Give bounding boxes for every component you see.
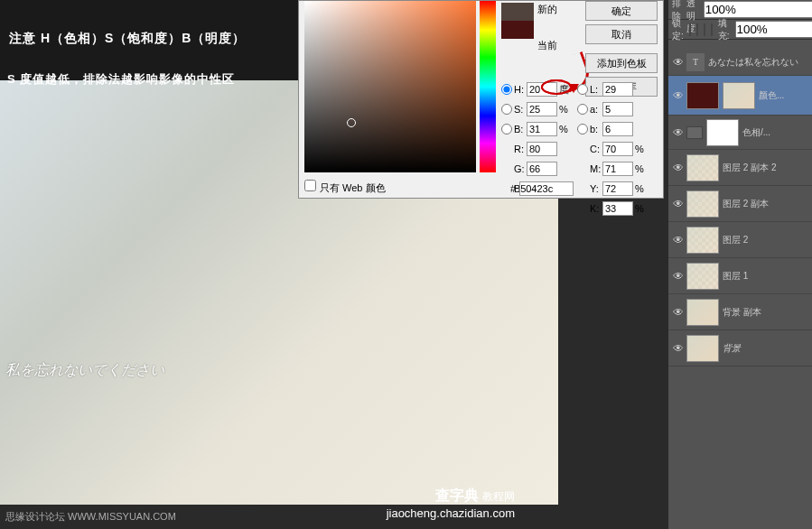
layer-thumb[interactable] (686, 190, 719, 218)
radio-lb[interactable] (577, 124, 588, 135)
visibility-icon[interactable]: 👁 (670, 89, 686, 102)
input-k[interactable] (602, 201, 633, 216)
input-s[interactable] (527, 102, 557, 116)
watermark-url: jiaocheng.chazidian.com (387, 506, 515, 520)
visibility-icon[interactable]: 👁 (670, 126, 686, 139)
layer-name[interactable]: あなたは私を忘れない (708, 56, 810, 69)
layer-row[interactable]: 👁 背景 副本 (668, 294, 812, 330)
ok-button[interactable]: 确定 (585, 1, 658, 21)
layer-row-background[interactable]: 👁 背景 (668, 330, 812, 367)
layer-name[interactable]: 图层 2 副本 (723, 198, 810, 210)
lab-cmyk-inputs: L: a: b: C:% M:% Y:% K:% (577, 80, 648, 219)
input-c[interactable] (602, 142, 633, 156)
fill-input[interactable] (735, 21, 812, 38)
layer-row[interactable]: 👁 图层 2 副本 2 (668, 150, 812, 186)
hue-slider[interactable] (480, 1, 496, 172)
layer-name[interactable]: 颜色... (759, 89, 810, 102)
layer-row-text[interactable]: 👁 T あなたは私を忘れない (668, 49, 812, 76)
layer-name[interactable]: 图层 1 (723, 270, 810, 283)
input-a[interactable] (602, 102, 633, 116)
lock-pos-icon[interactable] (704, 23, 705, 36)
input-h[interactable] (527, 82, 557, 97)
watermark-brand: 查字典 教程网 (435, 487, 515, 506)
radio-l[interactable] (577, 84, 588, 95)
canvas-overlay-text: 私を忘れないでください (5, 361, 164, 380)
label-current: 当前 (537, 39, 557, 52)
input-g[interactable] (527, 162, 557, 176)
web-only-input[interactable] (304, 180, 316, 191)
visibility-icon[interactable]: 👁 (670, 342, 686, 355)
input-y[interactable] (602, 181, 633, 196)
color-picker-dialog: 新的 当前 确定 取消 添加到色板 颜色库 H:度 S:% B:% R: G: … (298, 0, 664, 199)
layer-row[interactable]: 👁 图层 2 (668, 222, 812, 258)
input-b[interactable] (527, 122, 557, 136)
layer-name[interactable]: 色相/... (742, 126, 810, 139)
color-new-swatch (501, 3, 534, 21)
visibility-icon[interactable]: 👁 (670, 270, 686, 283)
visibility-icon[interactable]: 👁 (670, 306, 686, 319)
layer-name[interactable]: 图层 2 (723, 234, 810, 246)
input-l[interactable] (602, 82, 633, 97)
layer-row-colorfill[interactable]: 👁 颜色... (668, 76, 812, 116)
radio-b[interactable] (501, 124, 512, 135)
adj-layer-icon[interactable] (686, 126, 703, 139)
layer-thumb[interactable] (686, 263, 719, 290)
text-layer-icon: T (686, 53, 705, 71)
visibility-icon[interactable]: 👁 (670, 56, 686, 69)
input-hex[interactable] (519, 181, 574, 196)
layer-name[interactable]: 背景 (723, 342, 810, 355)
color-field[interactable] (304, 1, 476, 172)
lock-label: 锁定: (672, 17, 684, 42)
label-new: 新的 (537, 3, 557, 16)
visibility-icon[interactable]: 👁 (670, 234, 686, 246)
annotation-hsb: 注意 H（色相）S（饱和度）B（明度） (9, 31, 246, 47)
lock-pixel-icon[interactable] (696, 23, 698, 36)
input-m[interactable] (602, 162, 633, 176)
opacity-input[interactable] (704, 1, 812, 18)
watermark-forum: 思缘设计论坛 WWW.MISSYUAN.COM (5, 510, 176, 524)
web-only-checkbox[interactable]: 只有 Web 颜色 (304, 180, 386, 195)
radio-s[interactable] (501, 104, 512, 115)
color-preview (501, 3, 534, 39)
layer-mask-thumb[interactable] (723, 82, 755, 109)
input-r[interactable] (527, 142, 557, 156)
layer-name[interactable]: 背景 副本 (723, 306, 810, 319)
lock-trans-icon[interactable] (689, 23, 691, 36)
visibility-icon[interactable]: 👁 (670, 198, 686, 210)
annotation-note: S 度值越低，排除法越影响影像的中性区 (7, 71, 235, 88)
layer-thumb-swatch[interactable] (686, 82, 719, 109)
radio-a[interactable] (577, 104, 588, 115)
lock-all-icon[interactable] (711, 23, 713, 36)
layers-panel: 排除 不透明度: 锁定: 填充: 👁 T あなたは私を忘れない 👁 颜色... … (668, 0, 812, 529)
hex-group: # (510, 181, 574, 196)
color-current-swatch (501, 21, 534, 39)
layer-name[interactable]: 图层 2 副本 2 (723, 162, 810, 174)
layer-row-huesat[interactable]: 👁 色相/... (668, 116, 812, 150)
add-swatch-button[interactable]: 添加到色板 (585, 53, 658, 73)
layer-thumb[interactable] (686, 154, 719, 181)
layer-thumb[interactable] (686, 227, 719, 254)
visibility-icon[interactable]: 👁 (670, 162, 686, 174)
cancel-button[interactable]: 取消 (585, 24, 658, 44)
color-field-cursor[interactable] (347, 118, 356, 127)
layer-row[interactable]: 👁 图层 1 (668, 258, 812, 294)
layer-row[interactable]: 👁 图层 2 副本 (668, 186, 812, 222)
layer-thumb[interactable] (686, 299, 719, 326)
layer-thumb[interactable] (686, 335, 719, 362)
layer-mask-thumb[interactable] (706, 119, 739, 146)
fill-label: 填充: (718, 17, 730, 42)
input-lb[interactable] (602, 122, 633, 136)
radio-h[interactable] (501, 84, 512, 95)
